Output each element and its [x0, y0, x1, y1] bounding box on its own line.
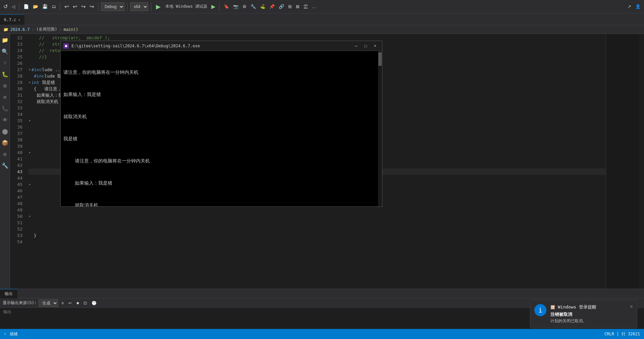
undo-button[interactable]: ↩ [63, 3, 70, 10]
editor-scrollbar[interactable] [639, 34, 644, 289]
line-54: 54 [10, 239, 25, 245]
console-title: E:\gitee\setting-sail\2024.6.7\x64\Debug… [71, 44, 349, 48]
line-33: 33 [10, 105, 25, 111]
line-51: 51 [10, 220, 25, 226]
console-scroll-thumb[interactable] [378, 52, 382, 66]
line-45: 45 [10, 181, 25, 188]
activity-settings2[interactable]: 🔧 [1, 161, 9, 170]
notification-title: 🪟 Windows 登录提醒 [550, 304, 626, 310]
console-maximize-button[interactable]: □ [361, 43, 370, 49]
line-46: 46 [10, 188, 25, 194]
sep4 [127, 3, 127, 11]
open-file-button[interactable]: 📂 [32, 3, 40, 10]
clear-output-button[interactable]: ≡ [60, 300, 65, 306]
back-button[interactable]: ◁ [10, 3, 16, 10]
output-tab[interactable]: 输出 [0, 289, 17, 298]
activity-breakpoint[interactable]: ⬤ [1, 127, 9, 135]
main-area: 📁 🔍 ⑂ 🐛 ⊞ ≡ 📞 👁 ⬤ 📦 ⚙ 🔧 22 23 24 25 26 2… [0, 34, 644, 289]
line-22: 22 [10, 35, 25, 41]
activity-watch[interactable]: 👁 [1, 116, 9, 124]
console-scrollbar[interactable] [378, 51, 382, 206]
stop-output-button[interactable]: ■ [75, 300, 80, 306]
output-source-select[interactable]: 生成 [39, 299, 58, 307]
breadcrumb-function[interactable]: main() [64, 27, 78, 32]
bookmark2-button[interactable]: ⛱ [302, 3, 309, 10]
console-close-button[interactable]: × [371, 43, 379, 49]
console-minimize-button[interactable]: ─ [352, 43, 361, 49]
status-left: ⑂ 就绪 [4, 331, 18, 337]
line-50: 50 [10, 213, 25, 220]
sep6 [219, 3, 220, 11]
tool5-button[interactable]: 🔗 [277, 3, 285, 10]
tab-close-button[interactable]: × [18, 18, 20, 22]
new-file-button[interactable]: 📄 [22, 3, 30, 10]
activity-module[interactable]: 📦 [1, 139, 9, 147]
activity-search[interactable]: 🔍 [1, 47, 9, 55]
bookmark-button[interactable]: 🔖 [222, 3, 230, 10]
code-editor[interactable]: 22 23 24 25 26 27 28 29 30 31 32 33 34 3… [10, 34, 644, 289]
status-bar: ⑂ 就绪 CRLR | 行 32621 [0, 329, 644, 339]
line-49: 49 [10, 207, 25, 213]
console-window[interactable]: ■ E:\gitee\setting-sail\2024.6.7\x64\Deb… [60, 41, 382, 207]
activity-git[interactable]: ⑂ [1, 59, 9, 67]
line-44: 44 [10, 175, 25, 181]
breadcrumb-bar: 📁 2024.6.7 › (全局范围) › main() [0, 25, 644, 34]
filter-output-button[interactable]: ⊡ [82, 300, 88, 306]
console-line-5: 请注意，你的电脑将在一分钟内关机 [63, 157, 375, 164]
file-tab[interactable]: 6.7.c × [0, 14, 24, 25]
line-52: 52 [10, 226, 25, 232]
breadcrumb-path[interactable]: 2024.6.7 [10, 27, 30, 32]
refresh-button[interactable]: ↺ [2, 3, 9, 10]
share-button[interactable]: ↗ [626, 3, 633, 10]
tab-bar: 6.7.c × [0, 13, 644, 25]
tool1-button[interactable]: ⚙ [241, 3, 248, 10]
wrap-output-button[interactable]: ↩ [67, 300, 73, 306]
activity-call[interactable]: 📞 [1, 104, 9, 112]
line-53: 53 [10, 232, 25, 239]
code-line-53: } [29, 232, 606, 239]
line-24: 24 [10, 47, 25, 54]
notification-close-button[interactable]: × [630, 304, 633, 309]
tool3-button[interactable]: ⛳ [259, 3, 267, 10]
tool6-button[interactable]: ⊞ [287, 3, 293, 10]
line-31: 31 [10, 92, 25, 98]
line-29: 29 [10, 79, 25, 86]
debug-config-select[interactable]: Debug [101, 2, 124, 11]
save-all-button[interactable]: 🗂 [50, 3, 57, 10]
notification-body-text: 计划的关闭已取消。 [550, 318, 626, 324]
undo2-button[interactable]: ↩ [71, 3, 78, 10]
extra-button[interactable]: … [311, 3, 318, 10]
sep3 [98, 3, 98, 11]
account-button[interactable]: 👤 [634, 3, 642, 10]
tool7-button[interactable]: ⊠ [294, 3, 301, 10]
notification-body-title: 注销被取消 [550, 311, 626, 318]
activity-settings[interactable]: ⚙ [1, 150, 9, 158]
breadcrumb-scope[interactable]: (全局范围) [36, 27, 57, 32]
code-line-50: ▾ [29, 213, 606, 220]
history-output-button[interactable]: 🕐 [90, 300, 98, 306]
line-28: 28 [10, 73, 25, 79]
line-43: 43 [10, 168, 25, 175]
save-button[interactable]: 💾 [41, 3, 49, 10]
camera-button[interactable]: 📷 [232, 3, 240, 10]
tool2-button[interactable]: 🔧 [249, 3, 257, 10]
run-button[interactable]: ▶ [154, 2, 163, 11]
code-line-51 [29, 220, 606, 226]
redo-button[interactable]: ↪ [80, 3, 87, 10]
activity-debug[interactable]: 🐛 [1, 70, 9, 78]
activity-explore[interactable]: 📁 [1, 36, 9, 44]
tool4-button[interactable]: 📌 [268, 3, 276, 10]
code-line-49 [29, 207, 606, 213]
activity-stack[interactable]: ≡ [1, 93, 9, 101]
breadcrumb-icon: 📁 [3, 27, 8, 32]
line-26: 26 [10, 60, 25, 66]
arch-select[interactable]: x64 [130, 2, 148, 11]
bottom-panel-tabs: 输出 [0, 289, 644, 298]
console-line-4: 我是猪 [63, 135, 375, 142]
line-41: 41 [10, 156, 25, 162]
run2-button[interactable]: ▶ [210, 3, 217, 10]
line-37: 37 [10, 130, 25, 137]
activity-ext[interactable]: ⊞ [1, 82, 9, 90]
tab-filename: 6.7.c [4, 17, 16, 22]
redo2-button[interactable]: ↪ [88, 3, 95, 10]
